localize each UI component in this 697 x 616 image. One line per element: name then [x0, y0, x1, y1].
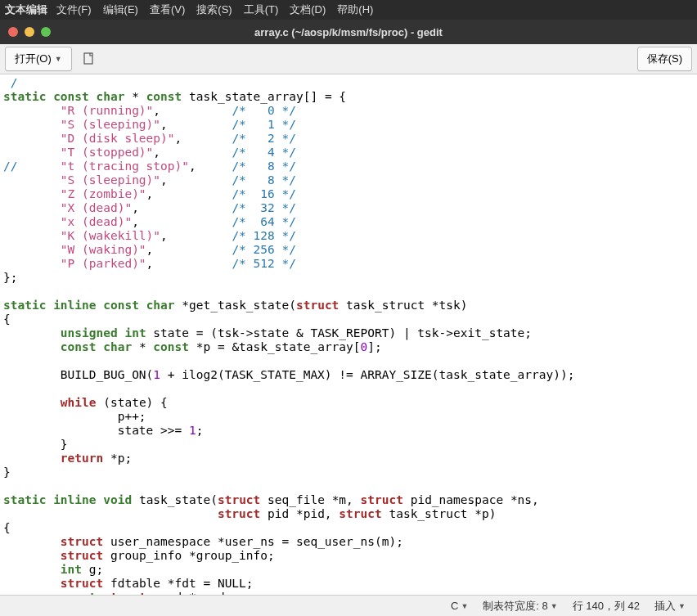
maximize-icon[interactable] [41, 27, 51, 37]
menu-search[interactable]: 搜索(S) [191, 2, 237, 17]
save-label: 保存(S) [647, 52, 682, 66]
new-tab-button[interactable] [77, 46, 101, 72]
title-bar: array.c (~/aosp/k/msm/fs/proc) - gedit [0, 20, 697, 44]
insert-mode-selector[interactable]: 插入 ▼ [654, 599, 686, 614]
menu-help[interactable]: 帮助(H) [331, 2, 379, 17]
tab-width-selector[interactable]: 制表符宽度: 8 ▼ [483, 599, 557, 614]
code-editor[interactable]: / static const char * const task_state_a… [0, 74, 697, 598]
menu-file[interactable]: 文件(F) [51, 2, 97, 17]
chevron-down-icon: ▼ [678, 602, 686, 610]
toolbar: 打开(O) ▼ 保存(S) [0, 44, 697, 74]
svg-rect-0 [84, 53, 92, 64]
menu-edit[interactable]: 编辑(E) [97, 2, 144, 17]
menu-view[interactable]: 查看(V) [144, 2, 191, 17]
open-label: 打开(O) [15, 52, 52, 66]
chevron-down-icon: ▼ [461, 602, 468, 610]
save-button[interactable]: 保存(S) [637, 47, 692, 71]
code-comment: / [3, 76, 17, 89]
minimize-icon[interactable] [25, 27, 34, 37]
menu-docs[interactable]: 文档(D) [284, 2, 331, 17]
window-title: array.c (~/aosp/k/msm/fs/proc) - gedit [254, 26, 443, 38]
menu-tools[interactable]: 工具(T) [238, 2, 285, 17]
window-controls[interactable] [8, 27, 51, 37]
cursor-position: 行 140，列 42 [573, 599, 640, 614]
new-document-icon [83, 52, 96, 65]
open-button[interactable]: 打开(O) ▼ [5, 47, 72, 71]
close-icon[interactable] [8, 27, 18, 37]
menu-bar: 文本编辑 文件(F) 编辑(E) 查看(V) 搜索(S) 工具(T) 文档(D)… [0, 0, 697, 20]
app-name: 文本编辑 [5, 2, 47, 17]
chevron-down-icon: ▼ [55, 55, 62, 63]
chevron-down-icon: ▼ [551, 602, 558, 610]
language-selector[interactable]: C ▼ [451, 600, 468, 612]
status-bar: C ▼ 制表符宽度: 8 ▼ 行 140，列 42 插入 ▼ [0, 595, 697, 616]
